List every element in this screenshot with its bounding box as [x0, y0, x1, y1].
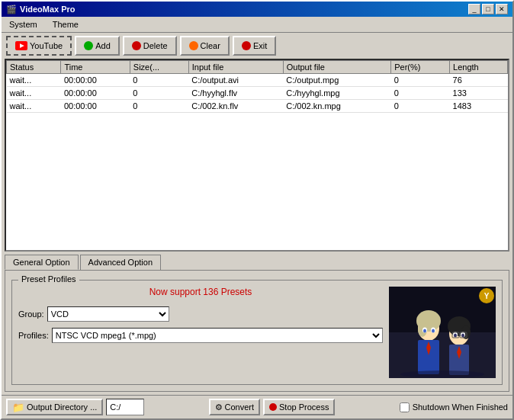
group-select[interactable]: VCDSVCDDVDAVIMP4MOV: [47, 306, 169, 322]
menu-theme[interactable]: Theme: [48, 18, 83, 30]
profiles-select[interactable]: NTSC VCD mpeg1 (*.mpg)PAL VCD mpeg1 (*.m…: [52, 328, 383, 343]
tab-buttons: General Option Advanced Option: [5, 255, 509, 270]
menu-system[interactable]: System: [5, 18, 42, 30]
anime-svg: Y: [389, 287, 496, 378]
menu-bar: System Theme: [2, 17, 512, 33]
clear-label: Clear: [201, 41, 220, 50]
output-dir-label: Output Directory ...: [27, 402, 97, 412]
file-table-container: Status Time Size(... Input file Output f…: [5, 59, 509, 252]
anime-image: Y: [389, 287, 496, 378]
table-header-row: Status Time Size(... Input file Output f…: [7, 61, 508, 74]
shutdown-label: Shutdown When Finished: [413, 402, 508, 412]
toolbar: ▶ YouTube Add Delete Clear Exit: [2, 33, 512, 59]
convert-button[interactable]: ⚙ Convert: [209, 399, 261, 415]
app-icon: 🎬: [6, 5, 17, 14]
col-time: Time: [61, 61, 130, 74]
add-icon: [84, 41, 93, 50]
convert-label: Convert: [225, 402, 255, 412]
file-table: Status Time Size(... Input file Output f…: [6, 60, 508, 113]
shutdown-checkbox[interactable]: [400, 402, 410, 412]
col-status: Status: [7, 61, 61, 74]
col-output: Output file: [283, 61, 390, 74]
clear-icon: [189, 41, 198, 50]
youtube-button[interactable]: ▶ YouTube: [6, 36, 72, 56]
group-label: Group:: [18, 309, 44, 319]
exit-icon: [242, 41, 251, 50]
clear-button[interactable]: Clear: [180, 36, 230, 56]
table-row[interactable]: wait...00:00:000C:/hyyhgl.flvC:/hyyhgl.m…: [7, 87, 508, 100]
svg-point-10: [423, 329, 426, 333]
bottom-bar: 📁 Output Directory ... C:/ ⚙ Convert Sto…: [2, 395, 512, 418]
table-row[interactable]: wait...00:00:000C:/002.kn.flvC:/002.kn.m…: [7, 100, 508, 113]
stop-process-button[interactable]: Stop Process: [263, 399, 335, 415]
svg-point-25: [400, 370, 484, 378]
tabs-area: General Option Advanced Option Preset Pr…: [5, 255, 509, 392]
main-window: 🎬 VideoMax Pro _ □ ✕ System Theme ▶ YouT…: [0, 0, 514, 420]
minimize-button[interactable]: _: [468, 4, 480, 14]
exit-button[interactable]: Exit: [233, 36, 276, 56]
delete-button[interactable]: Delete: [123, 36, 177, 56]
tab-general[interactable]: General Option: [5, 255, 79, 270]
delete-icon: [132, 41, 141, 50]
tab-advanced[interactable]: Advanced Option: [80, 255, 161, 270]
tab-content: Preset Profiles Now support 136 Presets …: [5, 270, 509, 392]
convert-icon: ⚙: [215, 402, 223, 412]
youtube-icon: ▶: [15, 41, 27, 50]
close-button[interactable]: ✕: [496, 4, 508, 14]
exit-label: Exit: [253, 41, 267, 50]
add-label: Add: [95, 41, 111, 50]
youtube-label: YouTube: [30, 41, 63, 50]
stop-icon: [269, 403, 277, 411]
col-input: Input file: [188, 61, 283, 74]
svg-text:Y: Y: [484, 292, 490, 300]
title-bar: 🎬 VideoMax Pro _ □ ✕: [2, 2, 512, 17]
stop-label: Stop Process: [279, 402, 329, 412]
add-button[interactable]: Add: [75, 36, 120, 56]
preset-group-box: Preset Profiles Now support 136 Presets …: [11, 280, 503, 385]
title-bar-controls: _ □ ✕: [468, 4, 508, 14]
group-row: Group: VCDSVCDDVDAVIMP4MOV: [18, 306, 383, 322]
col-size: Size(...: [130, 61, 188, 74]
title-bar-text: 🎬 VideoMax Pro: [6, 5, 75, 14]
shutdown-check-area: Shutdown When Finished: [400, 402, 508, 412]
profiles-label: Profiles:: [18, 331, 49, 340]
preset-support-text: Now support 136 Presets: [18, 287, 383, 297]
maximize-button[interactable]: □: [482, 4, 494, 14]
table-row[interactable]: wait...00:00:000C:/output.aviC:/output.m…: [7, 74, 508, 87]
preset-form: Now support 136 Presets Group: VCDSVCDDV…: [18, 287, 383, 349]
output-path: C:/: [106, 399, 144, 415]
app-title: VideoMax Pro: [20, 5, 75, 14]
svg-point-11: [432, 329, 435, 333]
svg-point-18: [454, 334, 457, 338]
preset-legend: Preset Profiles: [18, 274, 79, 284]
col-per: Per(%): [391, 61, 450, 74]
col-length: Length: [450, 61, 508, 74]
profiles-row: Profiles: NTSC VCD mpeg1 (*.mpg)PAL VCD …: [18, 328, 383, 343]
preset-inner: Now support 136 Presets Group: VCDSVCDDV…: [18, 287, 496, 378]
output-dir-button[interactable]: 📁 Output Directory ...: [6, 399, 103, 415]
delete-label: Delete: [143, 41, 168, 50]
folder-icon: 📁: [12, 402, 24, 413]
svg-point-19: [461, 334, 464, 338]
